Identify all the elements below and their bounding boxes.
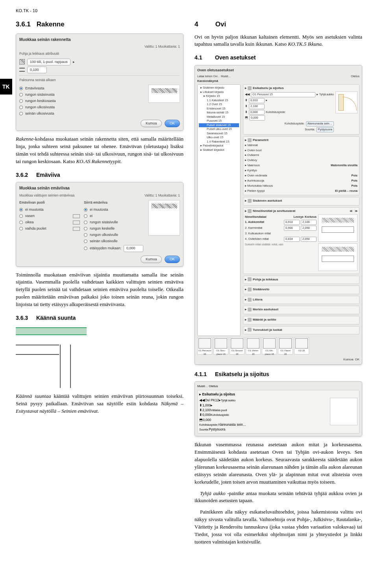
tree-item[interactable]: 1.2 Ovet 15 xyxy=(199,102,239,107)
radio-icon xyxy=(84,247,87,250)
door-select[interactable]: O1 Perusovi 15 xyxy=(251,92,315,97)
offset-icon: ⬍ xyxy=(245,110,248,115)
param-row[interactable]: ▸ Ovien boot xyxy=(245,148,358,153)
panel-title: Esikatselu ja sijoitus xyxy=(202,392,235,396)
radio-option[interactable]: rungon keskelle xyxy=(84,226,145,231)
door-thumbnail[interactable]: O1 Sivuovi 15 xyxy=(230,337,245,354)
tree-item[interactable]: Ulko-ovet 15 xyxy=(199,135,239,140)
param-row[interactable]: ▸ Ovikarmi xyxy=(245,153,358,158)
tree-item[interactable]: Eristesovet 15 xyxy=(199,107,239,111)
param-row[interactable]: ▸ Pielien tyyppiEi pieliä – reuna xyxy=(245,189,358,193)
param-row[interactable]: ▸ Kynttys xyxy=(245,169,358,173)
tree-item[interactable]: Puiset ulko-ovet 15 xyxy=(199,127,239,132)
anchor-dropdown[interactable]: Alareunasta sein… xyxy=(218,423,246,427)
radio-option[interactable]: oikea xyxy=(19,220,80,225)
collapsed-panel[interactable]: ▸Määrät ja seliite xyxy=(243,316,359,325)
cancel-button[interactable]: Kumoa xyxy=(141,256,162,263)
radio-option[interactable]: rungon keskiosasta xyxy=(19,98,145,104)
collapsed-panel[interactable]: ▸Pohja ja leikkaus xyxy=(243,276,359,284)
door-thumbnail[interactable]: O1 Sivu-ylaovi 15 xyxy=(213,337,228,354)
collapsed-panel[interactable]: ▸Tunnukset ja luokat xyxy=(243,326,359,335)
value-field[interactable]: 0,000 xyxy=(202,413,211,417)
door-thumbnail[interactable]: O2 15 xyxy=(294,337,309,354)
value-field[interactable]: 1,000 xyxy=(202,403,211,407)
empty-opening-button[interactable]: Tyhjä aukko xyxy=(221,399,235,402)
door-icon xyxy=(248,199,252,203)
radio-option[interactable]: rungon ulkosivusta xyxy=(19,105,145,110)
ok-button[interactable]: OK xyxy=(165,256,180,263)
panel-title: Sisäoven asetukset xyxy=(253,198,282,203)
radio-option[interactable]: ei muutosta xyxy=(19,207,80,212)
dialog-title: Muokkaa seinän rakennetta xyxy=(19,37,180,43)
dialog-rakenne: Muokkaa seinän rakennetta Valittu: 1 Muo… xyxy=(16,33,183,131)
collapsed-panel[interactable]: ▸Merkin asetukset xyxy=(243,306,359,314)
value-field[interactable]: 0,000 xyxy=(249,115,265,121)
empty-opening-button[interactable]: Tyhjä aukko xyxy=(319,93,334,96)
value-field[interactable]: 0,000 xyxy=(203,418,211,422)
radio-option[interactable]: Emäviivasta xyxy=(19,86,145,91)
tree-item[interactable]: ▸ Sisäiset kirjastot xyxy=(199,148,239,152)
cancel-button[interactable]: Kumoa xyxy=(141,120,162,127)
radio-option[interactable]: seinän ulkosivulle xyxy=(84,239,145,244)
heading-3-6-2: 3.6.2 Emäviiva xyxy=(16,171,183,179)
param-row[interactable]: ▸ AurinkosuojaPois xyxy=(245,179,358,183)
door-thumbnail[interactable]: O1 Vitr. ylaovi 15 xyxy=(262,337,277,354)
memory-button[interactable]: Muisti… xyxy=(221,75,231,78)
tree-item[interactable]: ▸ Kirjasto 15 xyxy=(199,94,239,98)
param-row[interactable]: ▸ VaarnuusMalemmilla sivuilla xyxy=(245,163,358,168)
structure-field[interactable]: 100 tiili, 1-puol. rappaus xyxy=(27,59,70,65)
value-field[interactable]: 0,000 xyxy=(249,110,265,115)
ok-button[interactable]: OK xyxy=(355,357,359,362)
tree-item[interactable]: Metalliovet 15 xyxy=(199,115,239,119)
memory-button[interactable]: Muisti… xyxy=(197,384,208,388)
radio-option[interactable]: vaihda puolet xyxy=(19,226,80,231)
door-thumbnail[interactable]: O1 Perusovi 15 xyxy=(197,337,212,354)
tree-item[interactable]: ▸ Palvelinkirjastot xyxy=(199,144,239,148)
distance-field[interactable]: 0,000 xyxy=(124,245,143,252)
ok-button[interactable]: OK xyxy=(165,120,180,127)
door-thumbnail[interactable]: O1 Ylaovi 15 xyxy=(278,337,293,354)
value-field[interactable]: 2,100 xyxy=(202,408,211,412)
library-tree[interactable]: ▸ Sisäinen kirjasto▸ Liitokset kirjasto▸… xyxy=(197,84,241,336)
door-thumbnail[interactable]: O1 Vitriini 15 xyxy=(246,337,261,354)
load-button[interactable]: Lataa toinen Ovi… xyxy=(197,75,220,78)
radio-option[interactable]: ei xyxy=(84,213,145,219)
radio-option[interactable]: vasen xyxy=(19,213,80,219)
radio-option[interactable]: rungon sisäsivulle xyxy=(84,220,145,225)
param-row[interactable]: ▸ Ovilevy xyxy=(245,158,358,163)
swap-icon xyxy=(73,221,80,224)
cancel-button[interactable]: Kumoa xyxy=(343,357,353,362)
value-field[interactable]: 2,100 xyxy=(249,104,265,109)
status-label: Oletus xyxy=(351,74,359,79)
door-select[interactable]: Ovi PK12 xyxy=(205,398,219,402)
radio-option[interactable]: seinän ulkosivusta xyxy=(19,111,145,116)
tree-item[interactable]: Puiset sisäovet 15 xyxy=(199,123,239,128)
tree-item[interactable]: ▸ Liitokset kirjasto xyxy=(199,90,239,95)
radio-option[interactable]: rungon sisäsivusta xyxy=(19,92,145,97)
direction-dropdown[interactable]: Pystysuora xyxy=(316,127,334,132)
direction-dropdown[interactable]: Pystysuora xyxy=(209,427,225,431)
radio-option[interactable]: ei muutosta xyxy=(84,207,145,212)
param-row[interactable]: ▸ Murtolukka hätvuusPois xyxy=(245,184,358,188)
offset-icon: ⬒ xyxy=(245,116,248,120)
anchor-dropdown[interactable]: Alareunasta sein… xyxy=(306,121,334,126)
tree-item[interactable]: Puuovet 15 xyxy=(199,119,239,123)
thickness-field[interactable]: 0,100 xyxy=(27,67,47,73)
thickness-icon xyxy=(19,68,25,72)
tree-item[interactable]: 1.1 Kalusteet 15 xyxy=(199,98,239,103)
radio-icon xyxy=(19,99,23,103)
section-preview xyxy=(318,214,358,273)
param-row[interactable]: ▸ Valinnat xyxy=(245,143,358,148)
value-field[interactable]: 0,910 xyxy=(249,98,265,103)
arrow-icon[interactable]: ▸ xyxy=(73,59,75,65)
tree-item[interactable]: ▸ Sisäinen kirjasto xyxy=(199,86,239,90)
tree-item[interactable]: Saranasovet 15 xyxy=(199,132,239,136)
radio-option[interactable]: rungon ulkosivulle xyxy=(84,232,145,237)
collapsed-panel[interactable]: ▸Littera xyxy=(243,296,359,304)
tree-item[interactable]: Ikkuna-seinät 15 xyxy=(199,111,239,115)
collapsed-panel[interactable]: ▸Sisäänveto xyxy=(243,286,359,294)
param-row[interactable]: ▸ Oven vedimataPois xyxy=(245,174,358,178)
radio-option[interactable]: etäisyyden mukaan:0,000 xyxy=(84,245,145,252)
tree-item[interactable]: 1.4 Rakenteet 15 xyxy=(199,140,239,144)
door-preview-icon xyxy=(335,91,358,113)
